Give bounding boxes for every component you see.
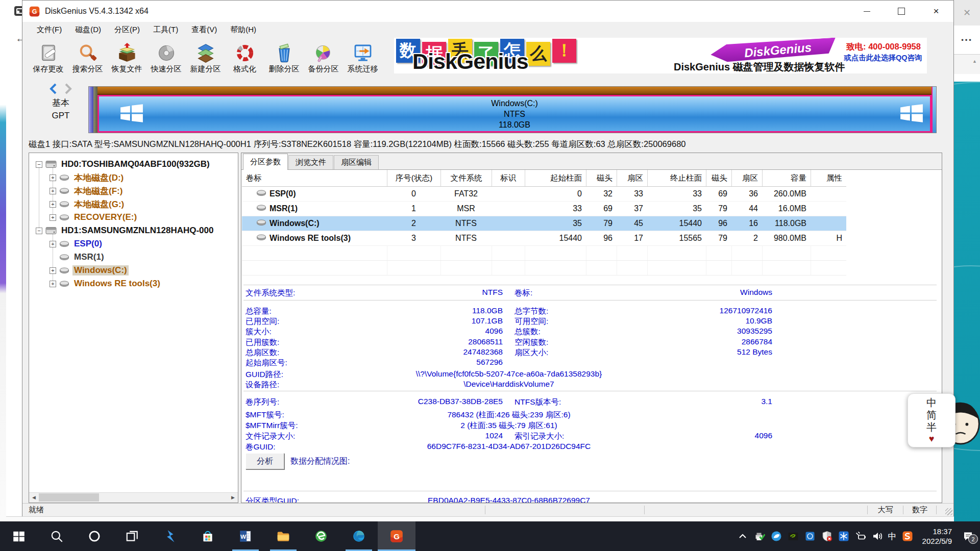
- swoosh-icon: [163, 529, 177, 543]
- tray-shield-icon[interactable]: [821, 530, 833, 542]
- detail-label: 已用簇数:: [246, 337, 279, 348]
- menu-item-1[interactable]: 磁盘(D): [68, 23, 108, 37]
- menu-item-4[interactable]: 查看(V): [185, 23, 224, 37]
- partition-icon: [59, 254, 69, 261]
- tree-item-7[interactable]: MSR(1): [29, 251, 238, 264]
- tray-sogou-icon[interactable]: [901, 530, 914, 542]
- expand-icon[interactable]: +: [50, 241, 56, 247]
- tray-intel-icon[interactable]: [804, 530, 816, 542]
- scroll-right-icon[interactable]: ▶: [228, 493, 238, 502]
- tree-item-label: 本地磁盘(D:): [72, 172, 125, 184]
- expand-icon[interactable]: +: [50, 201, 56, 208]
- taskbar-start-button[interactable]: [0, 521, 38, 551]
- toolbar-button-save[interactable]: 保存更改: [29, 38, 68, 78]
- detail-value: 567296: [308, 358, 503, 367]
- tray-bird-icon[interactable]: [770, 530, 782, 542]
- action-center-icon[interactable]: 2: [961, 529, 976, 544]
- menu-item-0[interactable]: 文件(F): [30, 23, 68, 37]
- detail-label: 扇区大小:: [514, 347, 548, 358]
- tray-nvidia-icon[interactable]: [787, 530, 799, 542]
- tree-horizontal-scrollbar[interactable]: ◀ ▶: [29, 492, 238, 503]
- minimize-button[interactable]: [849, 1, 884, 22]
- partition-icon: [59, 267, 69, 274]
- taskbar-diskgenius-button[interactable]: G: [378, 521, 415, 551]
- toolbar-button-delete[interactable]: 删除分区: [264, 38, 304, 78]
- tree-item-0[interactable]: −HD0:TOSHIBAMQ04ABF100(932GB): [29, 158, 238, 171]
- toolbar-button-quick[interactable]: 快速分区: [146, 38, 186, 78]
- expand-icon[interactable]: +: [50, 174, 56, 181]
- tray-snow-icon[interactable]: [838, 530, 850, 542]
- taskbar-explorer-button[interactable]: [264, 521, 302, 551]
- tree-item-6[interactable]: +ESP(0): [29, 237, 238, 251]
- taskbar-edge-button[interactable]: [340, 521, 378, 551]
- tree-item-5[interactable]: −HD1:SAMSUNGMZNLN128HAHQ-000: [29, 224, 238, 237]
- menu-item-2[interactable]: 分区(P): [108, 23, 146, 37]
- tree-item-3[interactable]: +本地磁盘(G:): [29, 197, 238, 211]
- disk-style-label: 基本: [43, 97, 79, 109]
- clock-date: 2022/5/9: [922, 536, 952, 546]
- partition-segment-windows-c[interactable]: Windows(C:) NTFS 118.0GB: [97, 95, 932, 133]
- taskbar-swoosh-button[interactable]: [151, 521, 189, 551]
- menu-item-3[interactable]: 工具(T): [146, 23, 185, 37]
- partition-detail-panel: 分区参数浏览文件扇区编辑 卷标序号(状态)文件系统标识起始柱面磁头扇区终止柱面磁…: [241, 153, 942, 503]
- toolbar-button-format[interactable]: 格式化: [225, 38, 264, 78]
- detail-value: 107.1GB: [308, 316, 503, 325]
- partition-icon: [59, 201, 69, 208]
- tray-volume-icon[interactable]: [871, 530, 884, 542]
- start-icon: [12, 529, 26, 543]
- next-disk-icon[interactable]: [62, 83, 74, 95]
- background-window-left: ←: [6, 0, 22, 521]
- taskbar-store-button[interactable]: [189, 521, 227, 551]
- tree-item-9[interactable]: +Windows RE tools(3): [29, 277, 238, 290]
- scroll-left-icon[interactable]: ◀: [29, 493, 39, 502]
- taskbar-green-e-button[interactable]: [302, 521, 340, 551]
- tray-power-icon[interactable]: [854, 530, 867, 542]
- toolbar-button-migrate[interactable]: 系统迁移: [343, 38, 382, 78]
- status-ready: 就绪: [22, 504, 485, 516]
- tree-item-4[interactable]: +RECOVERY(E:): [29, 211, 238, 224]
- wallpaper-left-strip: [0, 0, 6, 521]
- toolbar-button-backup[interactable]: 备份分区: [304, 38, 343, 78]
- toolbar-button-new[interactable]: 新建分区: [186, 38, 225, 78]
- menu-item-5[interactable]: 帮助(H): [224, 23, 263, 37]
- expand-icon[interactable]: +: [50, 188, 56, 194]
- collapse-icon[interactable]: −: [36, 161, 42, 168]
- more-options-icon[interactable]: •••: [954, 26, 980, 55]
- no-expand: [50, 254, 56, 261]
- expand-icon[interactable]: +: [50, 214, 56, 221]
- taskbar-clock[interactable]: 18:37 2022/5/9: [922, 527, 952, 546]
- taskbar-word-button[interactable]: W: [227, 521, 264, 551]
- taskbar-taskview-button[interactable]: [113, 521, 151, 551]
- toolbar-button-search[interactable]: 搜索分区: [68, 38, 107, 78]
- taskview-icon: [125, 529, 139, 543]
- partition-segment-esp[interactable]: [89, 87, 93, 133]
- tray-printer-icon[interactable]: [753, 530, 766, 542]
- resize-grip[interactable]: [945, 508, 952, 515]
- taskbar-tb-search-button[interactable]: [38, 521, 76, 551]
- tree-item-8[interactable]: +Windows(C:): [29, 264, 238, 277]
- expand-icon[interactable]: +: [50, 281, 56, 287]
- collapse-icon[interactable]: −: [36, 228, 42, 234]
- tree-item-1[interactable]: +本地磁盘(D:): [29, 171, 238, 184]
- toolbar-button-recover[interactable]: 恢复文件: [107, 38, 146, 78]
- partition-segment-re-tools[interactable]: [932, 87, 936, 133]
- maximize-button[interactable]: [884, 1, 919, 22]
- ime-status-widget[interactable]: 中简半♥: [908, 393, 955, 447]
- partition-icon: [59, 214, 69, 221]
- partition-size: 118.0GB: [99, 119, 930, 130]
- tree-item-2[interactable]: +本地磁盘(F:): [29, 184, 238, 197]
- banner-qq-link[interactable]: 或点击此处选择QQ咨询: [840, 53, 926, 63]
- close-button[interactable]: ×: [919, 1, 953, 22]
- analyze-button[interactable]: 分析: [246, 453, 284, 469]
- close-icon[interactable]: ✕: [954, 0, 980, 26]
- expand-icon[interactable]: +: [50, 267, 56, 274]
- disk-tree-panel: −HD0:TOSHIBAMQ04ABF100(932GB)+本地磁盘(D:)+本…: [29, 153, 238, 503]
- taskbar-cortana-button[interactable]: [76, 521, 113, 551]
- partition-segment-msr[interactable]: [93, 87, 97, 133]
- prev-disk-icon[interactable]: [48, 83, 59, 95]
- scrollbar-thumb[interactable]: [39, 493, 99, 502]
- ime-language-indicator[interactable]: 中: [888, 531, 897, 542]
- ad-banner[interactable]: 数据丢了怎么！ DiskGenius DiskGenius 致电: 400-00…: [394, 38, 927, 73]
- scrollbar-up-arrow[interactable]: ▲: [954, 55, 980, 74]
- tray-chevron-icon[interactable]: [737, 530, 749, 542]
